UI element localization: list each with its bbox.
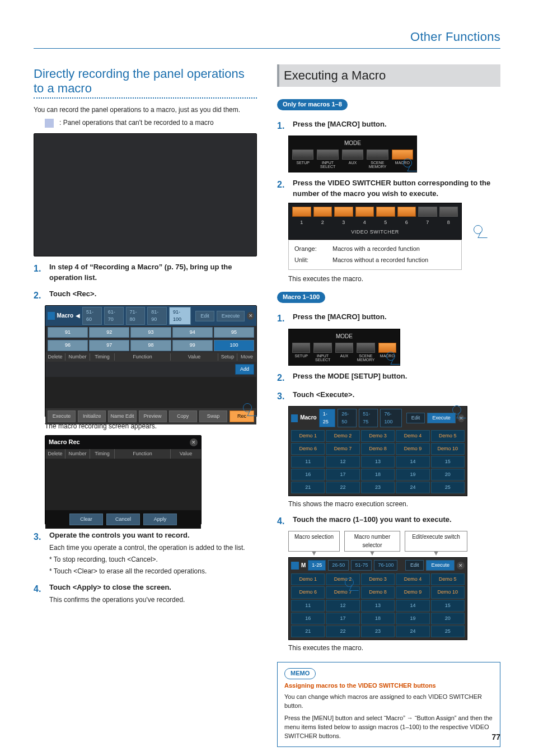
macro-cell[interactable]: Demo 3 bbox=[361, 430, 395, 442]
macro-cell[interactable]: Demo 6 bbox=[291, 586, 325, 598]
footer-copy[interactable]: Copy bbox=[169, 410, 197, 422]
macro-cell[interactable]: 15 bbox=[431, 456, 465, 468]
mode-setup-button[interactable]: SETUP bbox=[292, 150, 313, 165]
footer-execute[interactable]: Execute bbox=[48, 410, 76, 422]
tab-91-100[interactable]: 91-100 bbox=[169, 307, 191, 325]
macro-cell[interactable]: Demo 5 bbox=[431, 573, 465, 585]
macro-cell[interactable]: 15 bbox=[431, 600, 465, 612]
footer-preview[interactable]: Preview bbox=[139, 410, 167, 422]
macro-cell[interactable]: 20 bbox=[431, 469, 465, 480]
tab-76-100[interactable]: 76-100 bbox=[374, 560, 397, 571]
mode-scene-memory-button[interactable]: SCENE MEMORY bbox=[367, 150, 388, 169]
macro-cell[interactable]: 23 bbox=[361, 482, 395, 493]
switcher-btn-6[interactable] bbox=[397, 207, 416, 217]
mode-input-select-button[interactable]: INPUT SELECT bbox=[317, 150, 338, 169]
macro-cell[interactable]: Demo 2 bbox=[326, 430, 359, 442]
tab-51-75[interactable]: 51-75 bbox=[359, 409, 378, 427]
macro-cell[interactable]: Demo 10 bbox=[431, 443, 465, 455]
macro-cell[interactable]: 99 bbox=[172, 340, 213, 351]
macro-cell[interactable]: 23 bbox=[361, 626, 395, 637]
macro-cell[interactable]: Demo 4 bbox=[396, 573, 429, 585]
macro-cell[interactable]: 22 bbox=[326, 482, 359, 493]
execute-button[interactable]: Execute bbox=[217, 311, 245, 321]
macro-cell[interactable]: Demo 9 bbox=[396, 586, 429, 598]
macro-cell[interactable]: 17 bbox=[326, 469, 359, 480]
macro-cell[interactable]: Demo 9 bbox=[396, 443, 429, 455]
tab-1-25[interactable]: 1-25 bbox=[319, 409, 336, 427]
macro-cell[interactable]: 100 bbox=[214, 340, 254, 351]
macro-cell[interactable]: 14 bbox=[396, 456, 429, 468]
macro-cell[interactable]: 17 bbox=[326, 613, 359, 624]
switcher-btn-2[interactable] bbox=[313, 207, 332, 217]
macro-cell[interactable]: 24 bbox=[396, 482, 429, 493]
macro-cell[interactable]: 16 bbox=[291, 613, 325, 624]
switcher-btn-8[interactable] bbox=[439, 207, 458, 217]
macro-cell[interactable]: Demo 6 bbox=[291, 443, 325, 455]
macro-cell[interactable]: Demo 7 bbox=[326, 443, 359, 455]
tab-76-100[interactable]: 76-100 bbox=[380, 409, 401, 427]
macro-cell[interactable]: 21 bbox=[291, 482, 325, 493]
macro-cell[interactable]: Demo 3 bbox=[361, 573, 395, 585]
macro-cell[interactable]: 12 bbox=[326, 600, 359, 612]
mode-scene-memory-button[interactable]: SCENE MEMORY bbox=[357, 343, 374, 362]
add-button[interactable]: Add bbox=[235, 364, 254, 375]
macro-cell[interactable]: 13 bbox=[361, 600, 395, 612]
macro-cell[interactable]: Demo 8 bbox=[361, 443, 395, 455]
close-icon[interactable]: ✕ bbox=[247, 312, 254, 320]
macro-cell[interactable]: 97 bbox=[89, 340, 129, 351]
execute-button[interactable]: Execute bbox=[426, 560, 455, 571]
apply-button[interactable]: Apply bbox=[143, 514, 177, 525]
macro-cell[interactable]: 96 bbox=[48, 340, 88, 351]
macro-cell[interactable]: 24 bbox=[396, 626, 429, 637]
macro-cell[interactable]: 18 bbox=[361, 469, 395, 480]
macro-cell[interactable]: 19 bbox=[396, 613, 429, 624]
macro-cell[interactable]: Demo 8 bbox=[361, 586, 395, 598]
macro-cell[interactable]: 22 bbox=[326, 626, 359, 637]
switcher-btn-4[interactable] bbox=[355, 207, 374, 217]
tab-61-70[interactable]: 61-70 bbox=[104, 307, 124, 325]
clear-button[interactable]: Clear bbox=[69, 514, 103, 525]
macro-cell[interactable]: 16 bbox=[291, 469, 325, 480]
close-icon[interactable]: ✕ bbox=[190, 438, 198, 446]
tab-51-60[interactable]: 51-60 bbox=[82, 307, 102, 325]
macro-cell[interactable]: 13 bbox=[361, 456, 395, 468]
mode-input-select-button[interactable]: INPUT SELECT bbox=[313, 343, 331, 362]
macro-cell[interactable]: 18 bbox=[361, 613, 395, 624]
macro-cell[interactable]: 92 bbox=[89, 327, 129, 338]
macro-cell[interactable]: 91 bbox=[48, 327, 88, 338]
macro-cell[interactable]: 20 bbox=[431, 613, 465, 624]
macro-cell[interactable]: 95 bbox=[214, 327, 254, 338]
macro-cell[interactable]: 11 bbox=[291, 600, 325, 612]
arrow-left-icon[interactable]: ◀ bbox=[76, 312, 80, 320]
tab-71-80[interactable]: 71-80 bbox=[126, 307, 146, 325]
edit-button[interactable]: Edit bbox=[405, 560, 424, 571]
edit-button[interactable]: Edit bbox=[406, 413, 425, 423]
switcher-btn-1[interactable] bbox=[292, 207, 311, 217]
macro-cell[interactable]: 19 bbox=[396, 469, 429, 480]
macro-cell[interactable]: Demo 5 bbox=[431, 430, 465, 442]
mode-aux-button[interactable]: AUX bbox=[335, 343, 353, 358]
macro-cell[interactable]: Demo 10 bbox=[431, 586, 465, 598]
macro-cell[interactable]: Demo 1 bbox=[291, 573, 325, 585]
macro-cell[interactable]: Demo 1 bbox=[291, 430, 325, 442]
macro-cell[interactable]: 93 bbox=[130, 327, 171, 338]
macro-cell[interactable]: 11 bbox=[291, 456, 325, 468]
execute-button[interactable]: Execute bbox=[427, 413, 456, 423]
tab-26-50[interactable]: 26-50 bbox=[338, 409, 357, 427]
macro-cell[interactable]: Demo 4 bbox=[396, 430, 429, 442]
mode-aux-button[interactable]: AUX bbox=[342, 150, 363, 165]
mode-setup-button[interactable]: SETUP bbox=[292, 343, 310, 358]
macro-cell[interactable]: 25 bbox=[431, 482, 465, 493]
footer-name-edit[interactable]: Name Edit bbox=[108, 410, 136, 422]
tab-1-25[interactable]: 1-25 bbox=[308, 560, 326, 571]
macro-cell[interactable]: 12 bbox=[326, 456, 359, 468]
tab-51-75[interactable]: 51-75 bbox=[351, 560, 372, 571]
edit-button[interactable]: Edit bbox=[195, 311, 214, 321]
switcher-btn-5[interactable] bbox=[376, 207, 395, 217]
close-icon[interactable]: ✕ bbox=[457, 562, 465, 570]
footer-swap[interactable]: Swap bbox=[199, 410, 227, 422]
footer-initialize[interactable]: Initialize bbox=[78, 410, 106, 422]
macro-cell[interactable]: 21 bbox=[291, 626, 325, 637]
tab-26-50[interactable]: 26-50 bbox=[328, 560, 349, 571]
cancel-button[interactable]: Cancel bbox=[106, 514, 140, 525]
